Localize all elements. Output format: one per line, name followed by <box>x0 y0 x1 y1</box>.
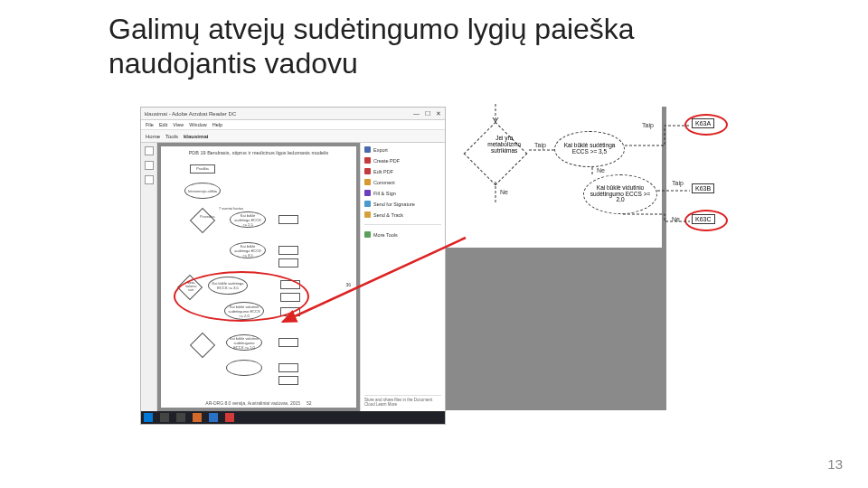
menu-help[interactable]: Help <box>212 122 222 127</box>
menu-view[interactable]: View <box>173 122 184 127</box>
pdf-toolbar: Home Tools klausimai <box>141 130 445 143</box>
edit-pdf-icon <box>364 168 371 174</box>
send-track-icon <box>364 211 371 218</box>
svg-line-0 <box>283 238 466 322</box>
edge-icon[interactable] <box>209 413 218 422</box>
rp-footer: Store and share files in the Document Cl… <box>364 395 441 408</box>
rp-sendtrack[interactable]: Send & Track <box>364 211 441 218</box>
thumbnail-rail <box>141 143 157 411</box>
zoom-overlay: Jei yra metabolizmo sutrikimas Taip Ne K… <box>448 104 728 285</box>
tab-home[interactable]: Home <box>146 134 160 139</box>
comment-icon <box>364 179 371 185</box>
flow-kbox-8 <box>278 363 298 372</box>
minimize-icon[interactable]: — <box>413 110 420 117</box>
page-header: PDB 19 Bendrasis, stiprus ir medicinos l… <box>166 150 351 155</box>
rp-comment[interactable]: Comment <box>364 179 441 185</box>
create-pdf-icon <box>364 157 371 164</box>
zoom-ellipse-moderate: Kai būklė vidutinio sudėtingumo ECCS >= … <box>583 174 657 214</box>
flow-ell-6: Kai būklė vidutinio sudėtingumo ECCS >= … <box>226 334 262 351</box>
tab-tools[interactable]: Tools <box>165 134 178 139</box>
content-area: klausimai - Adobe Acrobat Reader DC — ☐ … <box>140 107 728 425</box>
slide-title: Galimų atvejų sudėtingumo lygių paieška … <box>0 0 868 89</box>
zoom-ellipse-severe: Kai būklė sudėtinga ECCS >= 3,5 <box>554 131 625 167</box>
pdf-titlebar: klausimai - Adobe Acrobat Reader DC — ☐ … <box>141 108 445 120</box>
red-highlight-k63c <box>684 210 728 231</box>
slide-number: 13 <box>827 456 843 472</box>
rp-fill[interactable]: Fill & Sign <box>364 190 441 196</box>
export-icon <box>364 146 371 153</box>
fill-sign-icon <box>364 190 371 196</box>
flow-ell-3: Kai būklė sudėtinga ECCS >= 3,5 <box>230 242 266 258</box>
flow-kbox-9 <box>278 376 298 385</box>
zoom-conn-1 <box>529 147 556 153</box>
maximize-icon[interactable]: ☐ <box>425 110 430 117</box>
taskview-icon[interactable] <box>176 413 185 422</box>
thumbnails-icon[interactable] <box>145 146 154 155</box>
title-line-1: Galimų atvejų sudėtingumo lygių paieška <box>108 13 868 47</box>
pdf-window-title: klausimai - Adobe Acrobat Reader DC <box>145 111 236 117</box>
zoom-box-k63b: K63B <box>692 183 714 193</box>
red-highlight-k63a <box>684 114 728 136</box>
pdf-menubar: File Edit View Window Help <box>141 120 445 130</box>
taskbar <box>141 411 445 424</box>
flow-dia-3 <box>190 333 215 358</box>
zoom-label-ne-3: Ne <box>672 216 680 222</box>
zoom-label-ne-2: Ne <box>597 167 605 174</box>
send-signature-icon <box>364 201 371 207</box>
zoom-diamond-metabolism: Jei yra metabolizmo sutrikimas <box>464 122 528 186</box>
menu-file[interactable]: File <box>146 122 154 127</box>
close-icon[interactable]: ✕ <box>436 110 441 117</box>
explorer-icon[interactable] <box>193 413 202 422</box>
attachment-icon[interactable] <box>145 175 154 184</box>
zoom-label-taip-3: Taip <box>672 180 684 186</box>
bookmark-icon[interactable] <box>145 161 154 170</box>
flow-start: Pradžia <box>190 164 215 174</box>
flow-kbox-1 <box>278 215 298 224</box>
acrobat-icon[interactable] <box>225 413 234 422</box>
rp-edit[interactable]: Edit PDF <box>364 168 441 174</box>
flow-dia-1: Procedūra <box>190 208 215 233</box>
rp-sendsig[interactable]: Send for Signature <box>364 201 441 207</box>
title-line-2: naudojantis vadovu <box>108 47 868 81</box>
flow-label-rep: 7 svertai kartus <box>219 206 243 211</box>
search-icon[interactable] <box>160 413 169 422</box>
page-footer: AR-DRG 8.0 versija, Australiniai vadovas… <box>161 400 356 406</box>
flow-ell-1: Intervencija atlikta <box>184 183 221 199</box>
tab-document[interactable]: klausimai <box>184 134 208 139</box>
red-arrow <box>276 233 475 328</box>
menu-window[interactable]: Window <box>189 122 207 127</box>
menu-edit[interactable]: Edit <box>159 122 167 127</box>
flow-ell-7 <box>226 360 262 376</box>
rp-export[interactable]: Export <box>364 146 441 153</box>
flow-kbox-7 <box>278 338 298 347</box>
zoom-label-ne-1: Ne <box>500 189 508 195</box>
rp-create[interactable]: Create PDF <box>364 157 441 164</box>
window-controls: — ☐ ✕ <box>413 110 441 117</box>
flow-ell-2: Kai būklė sudėtinga ECCS >= 2,5 <box>230 211 266 228</box>
zoom-label-taip-2: Taip <box>642 122 654 128</box>
start-icon[interactable] <box>144 413 153 422</box>
